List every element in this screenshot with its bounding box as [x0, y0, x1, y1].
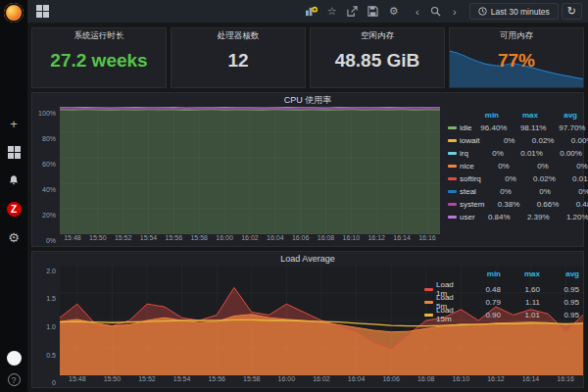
grafana-logo-icon[interactable]: [4, 3, 24, 23]
dashboard-settings-button[interactable]: ⚙: [385, 4, 403, 20]
y-tick-label: 1.5: [46, 295, 56, 302]
legend-row: system0.38%0.66%0.48%: [448, 198, 577, 211]
x-tick-label: 16:00: [270, 375, 305, 387]
load-plot[interactable]: minmaxavgLoad 1m0.481.600.95Load 5m0.791…: [60, 266, 583, 375]
legend-min-value: 0.48: [466, 285, 501, 294]
x-tick-label: 15:58: [186, 234, 212, 246]
legend-row: user0.84%2.39%1.20%: [448, 211, 577, 223]
legend-avg-value: 1.20%: [550, 213, 588, 221]
legend-max-value: 0.02%: [514, 136, 554, 145]
x-tick-label: 15:52: [129, 375, 165, 387]
legend-series-name[interactable]: Load 15m: [424, 306, 466, 323]
legend-avg-value: 0.48%: [559, 200, 588, 209]
x-tick-label: 16:14: [389, 234, 415, 246]
legend-min-value: 0%: [474, 162, 510, 171]
create-plus-icon[interactable]: +: [6, 116, 22, 131]
zabbix-letter: Z: [7, 202, 22, 217]
legend-min-value: 0%: [468, 149, 504, 158]
legend-header-row: minmaxavg: [448, 109, 577, 122]
grid-icon: [8, 146, 21, 159]
x-tick-label: 16:04: [263, 234, 288, 246]
legend-max-value: 0%: [510, 162, 549, 171]
legend-header[interactable]: avg: [540, 270, 579, 278]
legend-avg-value: 0.01%: [556, 174, 588, 183]
time-back-button[interactable]: ‹: [409, 4, 426, 20]
x-tick-label: 15:54: [136, 234, 162, 246]
stat-panel-cpu-cores: 处理器核数 12: [171, 27, 306, 88]
panel-title[interactable]: 空闲内存: [311, 28, 444, 42]
legend-row: Load 15m0.901.010.95: [424, 306, 579, 318]
time-forward-button[interactable]: ›: [446, 4, 464, 20]
cpu-plot[interactable]: [60, 107, 440, 234]
grafana-dashboard: + Z ⚙ ? ☆: [0, 0, 588, 392]
zoom-out-button[interactable]: [427, 4, 445, 20]
legend-row: nice0%0%0%: [448, 160, 577, 172]
legend-header[interactable]: min: [466, 270, 501, 278]
panel-title[interactable]: Load Average: [32, 252, 583, 266]
legend-header[interactable]: avg: [538, 111, 577, 120]
panel-title[interactable]: CPU 使用率: [32, 93, 583, 107]
add-panel-button[interactable]: [303, 4, 320, 20]
y-tick-label: 80%: [42, 134, 56, 141]
x-tick-label: 15:48: [60, 375, 95, 387]
legend-row: steal0%0%0%: [448, 185, 577, 198]
x-tick-label: 15:50: [85, 234, 111, 246]
x-tick-label: 15:50: [95, 375, 130, 387]
x-tick-label: 15:56: [161, 234, 186, 246]
panel-title[interactable]: 可用内存: [450, 28, 583, 42]
refresh-button[interactable]: ↻: [562, 3, 582, 20]
legend-series-name[interactable]: user: [448, 213, 475, 221]
legend-header[interactable]: max: [499, 111, 538, 120]
y-tick-label: 2.0: [46, 267, 56, 273]
legend-series-name[interactable]: steal: [448, 187, 476, 196]
legend-series-name[interactable]: system: [448, 200, 484, 209]
legend-avg-value: 0.95: [540, 311, 579, 319]
legend-series-name[interactable]: iowait: [448, 136, 479, 145]
configuration-gear-icon[interactable]: ⚙: [6, 229, 22, 245]
x-tick-label: 15:52: [111, 234, 136, 246]
legend-row: Load 5m0.791.110.95: [424, 293, 579, 306]
x-tick-label: 16:14: [514, 375, 549, 387]
legend-row: softirq0%0.02%0.01%: [448, 172, 577, 185]
legend-header[interactable]: min: [464, 111, 499, 120]
legend-series-name[interactable]: softirq: [448, 174, 481, 183]
star-button[interactable]: ☆: [323, 4, 341, 20]
dashboards-grid-icon[interactable]: [6, 144, 22, 160]
x-tick-label: 16:06: [288, 234, 314, 246]
x-tick-label: 16:06: [373, 375, 409, 387]
help-icon[interactable]: ?: [8, 373, 21, 386]
user-avatar[interactable]: [7, 351, 22, 366]
legend-series-name[interactable]: nice: [448, 162, 474, 171]
legend-avg-value: 0%: [549, 162, 588, 171]
legend-max-value: 1.11: [501, 298, 540, 307]
save-button[interactable]: [365, 4, 382, 20]
time-picker-button[interactable]: Last 30 minutes: [469, 3, 559, 20]
legend-color-swatch: [424, 301, 433, 304]
panel-title[interactable]: 系统运行时长: [32, 28, 166, 42]
share-button[interactable]: [344, 4, 362, 20]
legend-color-swatch: [424, 314, 433, 317]
legend-color-swatch: [448, 139, 457, 142]
cpu-usage-panel: CPU 使用率 100%80%60%40%20%0% 15:4815:5015:…: [31, 92, 584, 247]
x-tick-label: 16:08: [409, 375, 444, 387]
legend-min-value: 0%: [479, 136, 514, 145]
legend-min-value: 0%: [476, 187, 512, 196]
panel-title[interactable]: 处理器核数: [172, 28, 305, 42]
dashboard-picker-icon[interactable]: [33, 4, 51, 20]
load-average-panel: Load Average 2.01.51.00.50 minmaxavgLoad…: [31, 251, 584, 388]
y-tick-label: 100%: [38, 109, 56, 116]
stat-value: 48.85 GiB: [311, 50, 444, 72]
legend-series-name[interactable]: idle: [448, 123, 471, 132]
legend-color-swatch: [448, 152, 457, 155]
cpu-legend-table: minmaxavgidle96.40%98.11%97.70%iowait0%0…: [440, 107, 583, 246]
stat-value: 12: [172, 50, 305, 72]
legend-min-value: 0.84%: [475, 213, 511, 221]
legend-header[interactable]: max: [501, 270, 540, 278]
legend-series-name[interactable]: irq: [448, 149, 468, 158]
zabbix-app-icon[interactable]: Z: [6, 201, 22, 217]
legend-min-value: 0.90: [466, 311, 501, 319]
legend-color-swatch: [448, 177, 457, 180]
x-tick-label: 15:58: [234, 375, 270, 387]
alerting-bell-icon[interactable]: [6, 172, 22, 188]
legend-row: Load 1m0.481.600.95: [424, 280, 579, 293]
